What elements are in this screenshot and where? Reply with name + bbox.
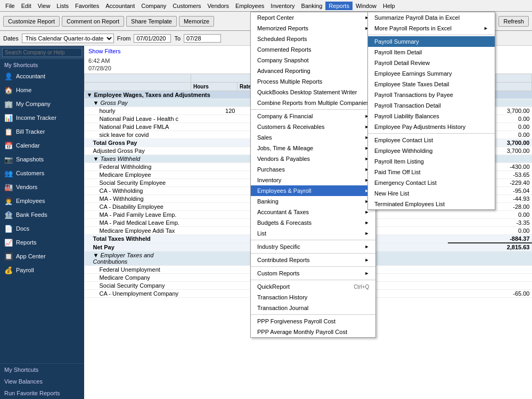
submenu-payroll-item-listing[interactable]: Payroll Item Listing [368,156,495,167]
menu-company-financial[interactable]: Company & Financial ► [251,111,375,121]
menu-memorized-reports[interactable]: Memorized Reports ► [251,23,375,34]
sidebar-item-employees[interactable]: 👨‍💼 Employees [0,194,84,208]
submenu-payroll-item-detail[interactable]: Payroll Item Detail [368,47,495,58]
sidebar-item-home[interactable]: 🏠 Home [0,83,84,97]
menu-company-snapshot[interactable]: Company Snapshot [251,55,375,66]
menu-jobs-time[interactable]: Jobs, Time & Mileage ► [251,143,375,153]
date-range-select[interactable]: This Calendar Quarter-to-date [22,34,114,43]
arrow-icon: ► [364,231,369,236]
menu-employees-payroll[interactable]: Employees & Payroll ► [251,185,375,196]
menu-reports[interactable]: Reports [325,2,353,10]
menu-list[interactable]: List ► [251,228,375,239]
row-val [191,171,238,179]
sidebar-item-vendors[interactable]: 🏭 Vendors [0,180,84,194]
sidebar-bottom-balances[interactable]: View Balances [0,376,84,387]
memorize-button[interactable]: Memorize [179,16,214,27]
reports-dropdown: Report Center ► Memorized Reports ► Sche… [250,12,376,338]
sidebar-item-accountant[interactable]: 👤 Accountant [0,69,84,83]
menu-commented-reports[interactable]: Commented Reports [251,44,375,55]
menu-transaction-journal[interactable]: Transaction Journal [251,303,375,313]
menu-favorites[interactable]: Favorites [72,2,102,10]
sidebar-item-calendar[interactable]: 📅 Calendar [0,139,84,152]
menu-scheduled-reports[interactable]: Scheduled Reports [251,34,375,44]
sidebar-item-bank-feeds[interactable]: 🏦 Bank Feeds [0,208,84,222]
row-label: Net Pay [85,243,191,251]
submenu-emergency-contact[interactable]: Emergency Contact List [368,177,495,188]
menu-company[interactable]: Company [138,2,169,10]
menu-banking[interactable]: Banking ► [251,196,375,207]
menu-file[interactable]: File [2,2,18,10]
sidebar-item-payroll[interactable]: 💰 Payroll [0,263,84,277]
sidebar-item-income-tracker[interactable]: 📊 Income Tracker [0,111,84,125]
sidebar-bottom-favorites[interactable]: Run Favorite Reports [0,387,84,399]
menu-banking[interactable]: Banking [298,2,326,10]
submenu-payroll-detail-review[interactable]: Payroll Detail Review [368,58,495,68]
menu-budgets-forecasts[interactable]: Budgets & Forecasts ► [251,217,375,228]
submenu-employee-withholding[interactable]: Employee Withholding [368,145,495,156]
comment-report-button[interactable]: Comment on Report [62,16,124,27]
menu-ppp-average[interactable]: PPP Average Monthly Payroll Cost [251,327,375,337]
customize-report-button[interactable]: Customize Report [3,16,60,27]
menu-accountant-taxes[interactable]: Accountant & Taxes ► [251,207,375,217]
menu-quickreport[interactable]: QuickReport Ctrl+Q [251,281,375,292]
sidebar-item-docs[interactable]: 📄 Docs [0,222,84,235]
to-date-input[interactable] [184,34,221,43]
refresh-button[interactable]: Refresh [498,16,529,27]
menu-ppp-forgiveness[interactable]: PPP Forgiveness Payroll Cost [251,316,375,327]
from-date-input[interactable] [134,34,171,43]
menu-vendors[interactable]: Vendors [204,2,232,10]
menu-industry-specific[interactable]: Industry Specific ► [251,241,375,252]
menu-customers-receivables[interactable]: Customers & Receivables ► [251,121,375,132]
menu-window[interactable]: Window [353,2,380,10]
submenu-employee-pay-adjustments[interactable]: Employee Pay Adjustments History [368,121,495,132]
menu-report-center[interactable]: Report Center ► [251,12,375,23]
menu-contributed-reports[interactable]: Contributed Reports ► [251,255,375,265]
menu-lists[interactable]: Lists [53,2,72,10]
menu-process-multiple[interactable]: Process Multiple Reports [251,76,375,87]
share-template-button[interactable]: Share Template [126,16,177,27]
sidebar-item-customers[interactable]: 👥 Customers [0,166,84,180]
menu-statement-writer[interactable]: QuickBooks Desktop Statement Writer [251,87,375,97]
submenu-summarize-payroll[interactable]: Summarize Payroll Data in Excel [368,12,495,23]
sidebar-item-label: My Company [16,101,51,107]
menu-accountant[interactable]: Accountant [102,2,138,10]
sidebar-item-label: Docs [16,225,29,232]
menu-separator [251,109,375,110]
menu-edit[interactable]: Edit [18,2,35,10]
submenu-payroll-summary[interactable]: Payroll Summary [368,36,495,47]
menu-transaction-history[interactable]: Transaction History [251,292,375,303]
menu-customers[interactable]: Customers [169,2,204,10]
submenu-employee-state-taxes[interactable]: Employee State Taxes Detail [368,79,495,89]
sidebar-item-label: Bank Feeds [16,211,47,218]
submenu-employee-earnings[interactable]: Employee Earnings Summary [368,68,495,79]
sidebar-item-app-center[interactable]: 🔲 App Center [0,249,84,263]
sidebar-item-label: Accountant [16,73,45,79]
submenu-payroll-transactions-payee[interactable]: Payroll Transactions by Payee [368,89,495,100]
menu-help[interactable]: Help [380,2,398,10]
submenu-paid-time-off[interactable]: Paid Time Off List [368,167,495,177]
submenu-more-payroll[interactable]: More Payroll Reports in Excel ► [368,23,495,34]
menu-custom-reports[interactable]: Custom Reports ► [251,268,375,279]
menu-purchases[interactable]: Purchases ► [251,164,375,175]
sidebar-item-bill-tracker[interactable]: 📋 Bill Tracker [0,125,84,139]
menu-inventory[interactable]: Inventory ► [251,175,375,185]
row-val [191,219,238,227]
menu-inventory[interactable]: Inventory [267,2,298,10]
sidebar-bottom-shortcuts[interactable]: My Shortcuts [0,364,84,376]
submenu-payroll-transaction-detail[interactable]: Payroll Transaction Detail [368,100,495,111]
sidebar-item-mycompany[interactable]: 🏢 My Company [0,97,84,111]
menu-vendors-payables[interactable]: Vendors & Payables ► [251,153,375,164]
submenu-new-hire[interactable]: New Hire List [368,188,495,199]
submenu-terminated-employees[interactable]: Terminated Employees List [368,199,495,209]
menu-sales[interactable]: Sales ► [251,132,375,143]
sidebar-item-reports[interactable]: 📈 Reports [0,235,84,249]
menu-view[interactable]: View [35,2,54,10]
submenu-payroll-liability[interactable]: Payroll Liability Balances [368,111,495,121]
menu-advanced-reporting[interactable]: Advanced Reporting [251,66,375,76]
search-input[interactable] [2,48,82,57]
sidebar-item-snapshots[interactable]: 📷 Snapshots [0,152,84,166]
submenu-employee-contact[interactable]: Employee Contact List [368,135,495,145]
subsection-label: ▼ Employer Taxes and Contributions [85,251,191,266]
menu-employees[interactable]: Employees [232,2,267,10]
menu-combine-reports[interactable]: Combine Reports from Multiple Companies [251,97,375,108]
